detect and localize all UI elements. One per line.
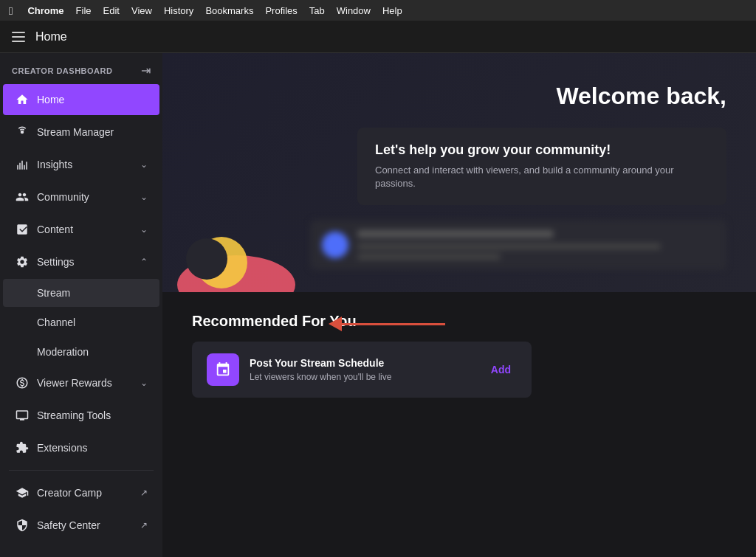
insights-icon: [15, 157, 30, 172]
sidebar-item-community[interactable]: Community ⌄: [3, 181, 159, 212]
menu-view[interactable]: View: [131, 5, 152, 16]
sidebar-item-creator-camp-label: Creator Camp: [37, 487, 133, 499]
sidebar-item-settings[interactable]: Settings ⌃: [3, 246, 159, 277]
sidebar-subitem-stream[interactable]: Stream: [3, 279, 159, 307]
external-link-safety-center-icon: ↗: [140, 520, 148, 530]
grow-community-title: Let's help you grow your community!: [375, 142, 709, 158]
sidebar-item-home[interactable]: Home: [3, 84, 159, 115]
sidebar-divider: [9, 470, 154, 471]
sidebar-item-content[interactable]: Content ⌄: [3, 214, 159, 245]
sidebar-item-extensions-label: Extensions: [37, 442, 148, 454]
sidebar-item-insights[interactable]: Insights ⌄: [3, 149, 159, 180]
menu-history[interactable]: History: [164, 5, 193, 16]
sidebar-subitem-stream-label: Stream: [37, 287, 70, 299]
sidebar-item-streaming-tools-label: Streaming Tools: [37, 409, 148, 421]
sidebar-item-extensions[interactable]: Extensions: [3, 432, 159, 463]
menu-help[interactable]: Help: [382, 5, 402, 16]
content-chevron-icon: ⌄: [140, 224, 148, 235]
recommended-section: Recommended For You Post Your Stream Sch…: [162, 292, 756, 418]
menu-chrome[interactable]: Chrome: [27, 5, 63, 16]
notification-avatar: [322, 232, 348, 258]
grow-community-box: Let's help you grow your community! Conn…: [357, 128, 726, 205]
insights-chevron-icon: ⌄: [140, 159, 148, 170]
sidebar-item-streaming-tools[interactable]: Streaming Tools: [3, 400, 159, 431]
rec-card-title: Post Your Stream Schedule: [250, 357, 475, 369]
notification-text: [357, 230, 715, 260]
sidebar-item-stream-manager-label: Stream Manager: [37, 126, 148, 138]
sidebar-item-creator-camp[interactable]: Creator Camp ↗: [3, 477, 159, 508]
sidebar-subitem-channel-label: Channel: [37, 316, 75, 328]
settings-icon: [15, 255, 30, 269]
rec-card-desc: Let viewers know when you'll be live: [250, 372, 475, 382]
menu-edit[interactable]: Edit: [103, 5, 120, 16]
safety-center-icon: [15, 518, 30, 533]
page-title: Home: [35, 30, 67, 44]
sidebar-item-content-label: Content: [37, 224, 133, 235]
svg-point-3: [186, 238, 227, 280]
community-chevron-icon: ⌄: [140, 192, 148, 202]
menu-tab[interactable]: Tab: [309, 5, 325, 16]
grow-community-desc: Connect and interact with viewers, and b…: [375, 164, 709, 190]
community-icon: [15, 190, 30, 204]
menu-bar:  Chrome File Edit View History Bookmark…: [0, 0, 756, 21]
home-icon: [15, 92, 30, 107]
apple-logo: : [9, 4, 13, 17]
menu-profiles[interactable]: Profiles: [265, 5, 297, 16]
sidebar-subitem-moderation-label: Moderation: [37, 346, 89, 358]
recommended-title: Recommended For You: [192, 313, 726, 330]
sidebar: CREATOR DASHBOARD ⇥ Home Stream Manager …: [0, 53, 162, 557]
recommendation-card: Post Your Stream Schedule Let viewers kn…: [192, 342, 532, 398]
content-icon: [15, 222, 30, 237]
sidebar-item-home-label: Home: [37, 94, 148, 105]
sidebar-item-community-label: Community: [37, 191, 133, 203]
app-container: CREATOR DASHBOARD ⇥ Home Stream Manager …: [0, 53, 756, 557]
welcome-section: Welcome back, Let's help you grow your c…: [162, 53, 756, 292]
sidebar-item-stream-manager[interactable]: Stream Manager: [3, 117, 159, 148]
menu-bookmarks[interactable]: Bookmarks: [205, 5, 253, 16]
sidebar-subitem-moderation[interactable]: Moderation: [3, 338, 159, 366]
menu-file[interactable]: File: [76, 5, 92, 16]
rec-schedule-icon-box: [207, 353, 239, 386]
main-content: Welcome back, Let's help you grow your c…: [162, 53, 756, 557]
sidebar-item-safety-center[interactable]: Safety Center ↗: [3, 510, 159, 541]
sidebar-item-settings-label: Settings: [37, 256, 133, 268]
viewer-rewards-icon: [15, 376, 30, 390]
sidebar-item-viewer-rewards-label: Viewer Rewards: [37, 377, 133, 389]
decorative-shapes: [177, 218, 325, 292]
rec-card-text: Post Your Stream Schedule Let viewers kn…: [250, 357, 475, 382]
menu-window[interactable]: Window: [337, 5, 371, 16]
hamburger-button[interactable]: [12, 30, 27, 44]
sidebar-title: CREATOR DASHBOARD: [12, 66, 112, 75]
extensions-icon: [15, 440, 30, 455]
external-link-creator-camp-icon: ↗: [140, 488, 148, 498]
settings-chevron-icon: ⌃: [140, 257, 148, 267]
sidebar-item-viewer-rewards[interactable]: Viewer Rewards ⌄: [3, 367, 159, 398]
svg-point-0: [21, 131, 24, 134]
viewer-rewards-chevron-icon: ⌄: [140, 378, 148, 388]
sidebar-header: CREATOR DASHBOARD ⇥: [0, 53, 162, 83]
welcome-title: Welcome back,: [192, 83, 726, 110]
sidebar-item-safety-center-label: Safety Center: [37, 519, 133, 531]
rec-add-button[interactable]: Add: [485, 361, 517, 378]
title-bar: Home: [0, 21, 756, 53]
stream-manager-icon: [15, 125, 30, 139]
sidebar-subitem-channel[interactable]: Channel: [3, 308, 159, 336]
collapse-sidebar-button[interactable]: ⇥: [141, 63, 151, 77]
streaming-tools-icon: [15, 408, 30, 423]
sidebar-item-insights-label: Insights: [37, 159, 133, 170]
creator-camp-icon: [15, 485, 30, 500]
